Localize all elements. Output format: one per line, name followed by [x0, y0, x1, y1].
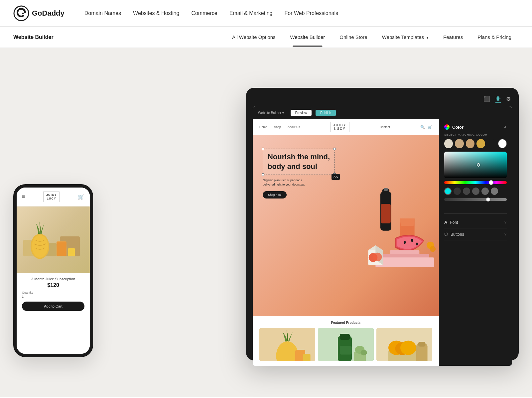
nav-item-email-marketing[interactable]: Email & Marketing	[229, 10, 273, 16]
panel-font-chevron[interactable]: ∨	[504, 220, 507, 224]
website-hero-heading: Nourish the mind,body and soul	[268, 152, 330, 171]
color-swatch-sm-4[interactable]	[472, 188, 479, 195]
font-icon: A	[444, 220, 447, 225]
color-swatches-row	[444, 139, 507, 148]
color-picker-area[interactable]	[444, 152, 507, 178]
phone-add-to-cart-button[interactable]: Add to Cart	[22, 302, 84, 311]
sub-navigation: Website Builder All Website Options Webs…	[0, 27, 532, 48]
panel-buttons-chevron[interactable]: ∨	[504, 232, 507, 236]
website-products-grid	[259, 328, 432, 361]
phone-quantity-value: 1	[22, 295, 84, 298]
website-featured-section: Featured Products	[253, 316, 439, 366]
phone-screen: ≡ JUICYLUCY 🛒	[17, 188, 90, 354]
phone-mockup: ≡ JUICYLUCY 🛒	[13, 184, 93, 357]
svg-point-22	[373, 253, 382, 261]
godaddy-logo-text: GoDaddy	[32, 9, 65, 18]
panel-buttons-title: ⬡ Buttons	[444, 232, 464, 237]
tablet-topbar-icon-monitor[interactable]: ⬛	[483, 96, 490, 102]
resize-handle-tl[interactable]	[262, 148, 264, 150]
color-swatch-sm-6[interactable]	[491, 188, 498, 195]
product-card-3-svg	[376, 328, 432, 361]
website-hero-shop-button[interactable]: Shop now	[263, 191, 287, 199]
svg-point-35	[360, 350, 367, 355]
panel-font-title: A Font	[444, 220, 458, 225]
opacity-slider[interactable]	[444, 198, 507, 201]
tablet-topbar-brand: Website Builder ▾	[258, 111, 284, 115]
website-nav: Home Shop About Us JUICYLUCY Contact 🔍 🛒	[253, 119, 439, 135]
website-nav-home: Home	[259, 125, 267, 129]
color-swatch-sm-1[interactable]	[444, 188, 452, 195]
phone-header: ≡ JUICYLUCY 🛒	[17, 188, 90, 206]
phone-product-name: 3 Month Juice Subscription	[22, 277, 84, 281]
nav-item-web-professionals[interactable]: For Web Professionals	[284, 10, 338, 16]
panel-color-chevron[interactable]: ∧	[504, 125, 507, 129]
svg-rect-32	[340, 346, 352, 354]
top-navigation: GoDaddy Domain Names Websites & Hosting …	[0, 0, 532, 27]
godaddy-logo-icon	[13, 5, 29, 21]
svg-rect-10	[384, 188, 388, 191]
phone-quantity-label: Quantity	[22, 291, 84, 294]
nav-item-domain-names[interactable]: Domain Names	[84, 10, 121, 16]
color-swatch-sm-2[interactable]	[454, 188, 461, 195]
sub-nav-item-website-builder[interactable]: Website Builder	[283, 28, 332, 47]
website-aa-badge: AA	[332, 174, 340, 180]
hero-inner: ≡ JUICYLUCY 🛒	[13, 68, 519, 367]
website-featured-title: Featured Products	[259, 321, 432, 325]
sub-nav-item-features[interactable]: Features	[436, 28, 470, 47]
nav-item-websites-hosting[interactable]: Websites & Hosting	[133, 10, 179, 16]
sub-nav-item-online-store[interactable]: Online Store	[332, 28, 374, 47]
color-swatch-1[interactable]	[444, 139, 453, 148]
product-card-2-svg	[318, 328, 374, 361]
sub-nav-item-website-templates[interactable]: Website Templates ▾	[375, 28, 436, 47]
color-swatch-3[interactable]	[466, 139, 474, 148]
svg-point-24	[430, 246, 436, 252]
color-swatch-sm-3[interactable]	[463, 188, 470, 195]
tablet-preview-button[interactable]: Preview	[291, 110, 312, 116]
hue-slider[interactable]	[444, 181, 507, 184]
color-swatch-sm-5[interactable]	[481, 188, 489, 195]
panel-buttons-section[interactable]: ⬡ Buttons ∨	[444, 228, 507, 240]
website-nav-logo: JUICYLUCY	[330, 122, 349, 132]
svg-rect-31	[340, 334, 350, 340]
tablet-topbar: Website Builder ▾ Preview Publish	[253, 106, 512, 119]
tablet-topbar-icon-color-wheel[interactable]: ◉	[495, 94, 501, 103]
sub-nav-item-plans-pricing[interactable]: Plans & Pricing	[470, 28, 519, 47]
phone-product-info: 3 Month Juice Subscription $120 Quantity…	[17, 273, 90, 315]
website-hero-heading-box[interactable]: Nourish the mind,body and soul AA	[263, 149, 335, 175]
color-swatch-4[interactable]	[476, 139, 485, 148]
svg-point-14	[416, 243, 418, 246]
website-hero-subtitle: Organic plant-rich superfoodsdelivered r…	[263, 178, 316, 187]
phone-product-price: $120	[22, 282, 84, 288]
svg-point-40	[400, 340, 416, 355]
panel-color-header: Color ∧	[444, 124, 507, 130]
panel-color-section: Color ∧ SELECT MATCHING COLOR	[444, 124, 507, 205]
hue-slider-thumb[interactable]	[489, 180, 493, 185]
phone-product-image	[17, 206, 90, 273]
color-swatch-5[interactable]	[487, 139, 496, 148]
opacity-slider-thumb[interactable]	[486, 198, 490, 201]
tablet-content-area: Home Shop About Us JUICYLUCY Contact 🔍 🛒	[253, 119, 512, 366]
hero-section: ≡ JUICYLUCY 🛒	[0, 48, 532, 397]
website-hero-decoration	[336, 135, 439, 316]
tablet-topbar-icon-settings[interactable]: ⚙	[506, 96, 511, 102]
panel-color-title: Color	[444, 124, 464, 130]
color-swatch-2[interactable]	[455, 139, 464, 148]
color-swatch-6[interactable]	[498, 139, 507, 148]
phone-product-svg	[17, 206, 90, 273]
phone-cart-icon: 🛒	[78, 194, 84, 200]
svg-point-12	[404, 241, 406, 244]
top-nav-list: Domain Names Websites & Hosting Commerce…	[84, 10, 338, 16]
tablet-publish-button[interactable]: Publish	[316, 110, 336, 116]
panel-font-section[interactable]: A Font ∨	[444, 216, 507, 228]
color-picker-cursor	[477, 163, 480, 167]
website-nav-about: About Us	[288, 125, 300, 129]
sub-nav-item-all-website-options[interactable]: All Website Options	[225, 28, 283, 47]
sub-nav-list: All Website Options Website Builder Onli…	[225, 28, 519, 47]
website-nav-shop: Shop	[274, 125, 281, 129]
brand-logo[interactable]: GoDaddy	[13, 5, 65, 21]
nav-item-commerce[interactable]: Commerce	[191, 10, 217, 16]
color-wheel-icon	[444, 124, 450, 130]
resize-handle-bl[interactable]	[262, 173, 264, 176]
website-hero-text: Nourish the mind,body and soul AA Organi…	[253, 135, 345, 212]
resize-handle-tr[interactable]	[333, 148, 336, 150]
